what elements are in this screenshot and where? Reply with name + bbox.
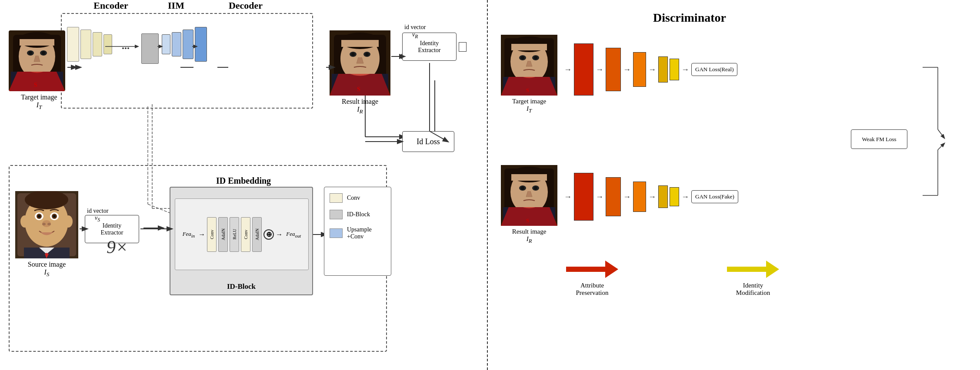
nine-x-label: 9× <box>107 237 128 258</box>
id-block-outer-box: Feain → Conv AdaIN ReLU Conv <box>170 187 313 295</box>
discriminator-title: Discriminator <box>653 11 726 25</box>
disc-target-face: S <box>501 35 557 96</box>
svg-point-50 <box>42 223 46 225</box>
id-extractor-top: Identity Extractor <box>402 33 457 61</box>
id-block-adain1: AdaIN <box>218 217 228 252</box>
id-block-conv1: Conv <box>207 217 217 252</box>
svg-point-47 <box>38 215 40 218</box>
attr-arrow-svg <box>566 261 618 278</box>
gan-loss-fake-box: GAN Loss(Fake) <box>691 190 738 203</box>
svg-point-42 <box>25 191 68 209</box>
gan-loss-real-box: GAN Loss(Real) <box>691 63 737 76</box>
svg-text:S: S <box>357 86 360 92</box>
disc-bars-bottom: → → → → → GAN Loss(Fake) <box>564 173 738 221</box>
svg-point-73 <box>534 56 537 59</box>
weak-fm-loss-box: Weak FM Loss <box>851 129 907 149</box>
id-loss-box: Id Loss <box>402 131 454 152</box>
legend-idblock: ID-Block <box>330 210 386 219</box>
disc-result-svg: S <box>501 165 557 226</box>
target-image-label: Target image IT <box>9 93 70 111</box>
disc-target-svg: S <box>501 35 557 96</box>
svg-point-83 <box>521 186 524 190</box>
id-block-conv2: Conv <box>241 217 250 252</box>
dots: ... <box>122 40 130 52</box>
legend-conv-swatch <box>330 193 343 203</box>
dec-block-3 <box>183 30 193 59</box>
disc-bar-yellow2-top <box>670 59 679 80</box>
main-container: Encoder IIM Decoder ... <box>0 0 980 370</box>
enc-block-4 <box>103 34 112 54</box>
disc-bar-orange-top <box>633 52 646 87</box>
enc-block-1 <box>67 27 79 62</box>
id-block-inner: Feain → Conv AdaIN ReLU Conv <box>175 198 309 270</box>
svg-line-90 <box>938 129 944 138</box>
svg-rect-75 <box>511 44 547 50</box>
disc-bar-orangered-bot <box>606 177 621 216</box>
svg-point-24 <box>42 51 45 55</box>
encoder-dashed-box: ... <box>61 13 313 109</box>
fea-in-label: Feain <box>183 231 195 238</box>
disc-bars-top: → → → → → GAN Loss(Real) <box>564 43 737 96</box>
id-block-adain2: AdaIN <box>252 217 262 252</box>
disc-target-label: Target image IT <box>501 98 557 114</box>
iim-block <box>141 33 159 64</box>
result-face-top: S <box>330 30 390 96</box>
iim-label: IIM <box>157 0 196 11</box>
legend-conv: Conv <box>330 193 386 203</box>
disc-bar-red-bot <box>574 173 593 221</box>
pipeline-labels: Encoder IIM Decoder <box>70 0 330 11</box>
source-subscript: IS <box>15 268 78 278</box>
id-vector-label-bottom: id vector <box>87 208 108 215</box>
svg-point-35 <box>365 53 369 56</box>
legend-idblock-swatch <box>330 210 343 219</box>
id-modification-section: Identity Modification <box>727 261 779 297</box>
id-mod-arrow-svg <box>727 261 779 278</box>
id-output-box <box>459 42 467 52</box>
source-face-svg <box>15 191 78 258</box>
id-vector-vR: vR <box>412 31 418 40</box>
disc-result-label: Result image IR <box>501 228 557 244</box>
dec-block-4 <box>195 27 207 62</box>
encoder-label: Encoder <box>83 0 139 11</box>
svg-text:S: S <box>34 82 37 88</box>
disc-bar-red-top <box>574 43 593 96</box>
target-subscript: IT <box>9 101 70 111</box>
disc-bar-orangered-top <box>606 48 621 91</box>
svg-point-72 <box>521 56 524 59</box>
svg-text:S: S <box>526 87 529 93</box>
enc-block-3 <box>93 32 102 56</box>
legend-idblock-label: ID-Block <box>347 211 370 218</box>
svg-point-51 <box>47 223 51 225</box>
disc-bar-yellow2-bot <box>670 187 679 206</box>
disc-bar-orange-bot <box>633 182 646 212</box>
legend-upsample-label: Upsample +Conv <box>347 226 372 240</box>
legend-box: Conv ID-Block Upsample +Conv <box>324 187 391 276</box>
id-vector-label-top: id vector <box>404 24 426 31</box>
target-face-top: S <box>9 30 65 91</box>
disc-bar-yellow1-top <box>658 56 668 83</box>
right-panel: Discriminator S <box>487 0 980 370</box>
decoder-blocks <box>162 27 207 62</box>
svg-point-52 <box>20 215 29 228</box>
id-mod-label: Identity Modification <box>727 282 779 297</box>
attr-label: Attribute Preservation <box>566 282 618 297</box>
plus-circle: ⊕ <box>263 229 274 240</box>
svg-rect-26 <box>20 39 54 46</box>
enc-block-2 <box>80 30 91 59</box>
id-embedding-label: ID Embedding <box>191 176 296 186</box>
dec-block-2 <box>172 32 181 56</box>
svg-rect-86 <box>511 174 547 181</box>
result-image-label: Result image IR <box>330 98 390 115</box>
svg-text:S: S <box>526 217 529 224</box>
result-subscript: IR <box>330 106 390 115</box>
left-panel: Encoder IIM Decoder ... <box>0 0 487 370</box>
svg-point-34 <box>351 53 355 56</box>
fea-out-label: Feaout <box>286 231 301 238</box>
encoder-blocks <box>67 27 112 62</box>
svg-point-23 <box>29 51 32 55</box>
svg-line-93 <box>938 143 944 150</box>
id-block-relu: ReLU <box>230 217 239 252</box>
attr-preservation-section: Attribute Preservation <box>566 261 618 297</box>
legend-upsample: Upsample +Conv <box>330 226 386 240</box>
disc-bar-yellow1-bot <box>658 185 668 208</box>
